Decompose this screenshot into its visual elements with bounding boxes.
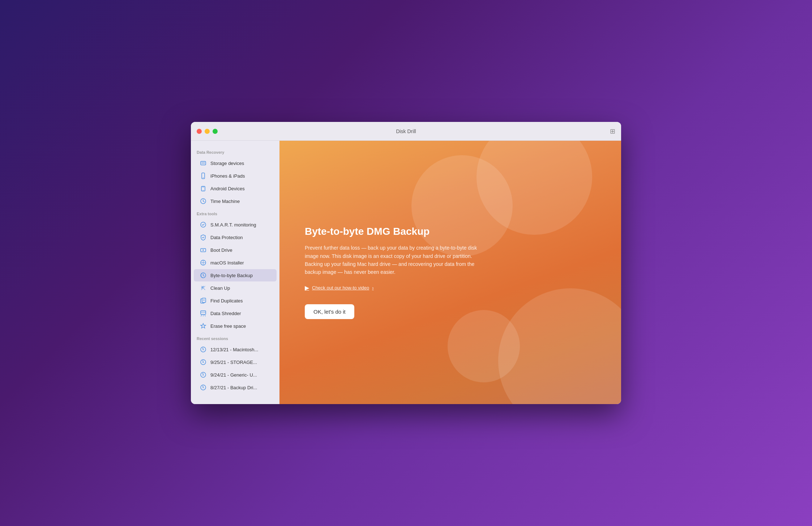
session-1-icon xyxy=(200,346,207,353)
sidebar-item-smart-monitoring[interactable]: S.M.A.R.T. monitoring xyxy=(194,219,277,231)
sidebar-item-boot-drive[interactable]: Boot Drive xyxy=(194,244,277,256)
sidebar-item-storage-devices[interactable]: Storage devices xyxy=(194,157,277,169)
sidebar: Data Recovery Storage devices xyxy=(191,141,279,404)
sidebar-item-android-devices[interactable]: Android Devices xyxy=(194,182,277,195)
close-button[interactable] xyxy=(197,129,202,134)
data-shredder-icon xyxy=(200,310,207,317)
video-link-arrow: › xyxy=(372,285,373,290)
clean-up-icon xyxy=(200,284,207,292)
sidebar-section-data-recovery: Data Recovery xyxy=(191,150,279,157)
smart-icon xyxy=(200,221,207,228)
sidebar-item-byte-backup[interactable]: Byte-to-byte Backup xyxy=(194,269,277,281)
sidebar-item-erase-free-space-label: Erase free space xyxy=(210,323,246,329)
sidebar-item-data-protection-label: Data Protection xyxy=(210,235,243,240)
sidebar-item-session-2[interactable]: 9/25/21 - STORAGE... xyxy=(194,356,277,368)
sidebar-item-macos-label: macOS Installer xyxy=(210,260,244,266)
svg-point-6 xyxy=(203,190,204,191)
titlebar: Disk Drill ⊞ xyxy=(191,122,621,141)
storage-devices-icon xyxy=(200,160,207,167)
sidebar-item-data-shredder[interactable]: Data Shredder xyxy=(194,307,277,319)
sidebar-item-macos-installer[interactable]: macOS Installer xyxy=(194,256,277,269)
android-icon xyxy=(200,185,207,192)
minimize-button[interactable] xyxy=(205,129,210,134)
sidebar-item-data-shredder-label: Data Shredder xyxy=(210,311,241,316)
iphone-icon xyxy=(200,172,207,179)
maximize-button[interactable] xyxy=(213,129,218,134)
svg-point-4 xyxy=(203,177,204,178)
time-machine-icon xyxy=(200,198,207,205)
boot-drive-icon xyxy=(200,246,207,254)
sidebar-item-byte-backup-label: Byte-to-byte Backup xyxy=(210,273,253,278)
svg-rect-2 xyxy=(201,163,205,164)
erase-free-space-icon xyxy=(200,322,207,330)
help-icon[interactable]: ⊞ xyxy=(610,127,615,135)
sidebar-item-erase-free-space[interactable]: Erase free space xyxy=(194,320,277,332)
sidebar-item-session-3[interactable]: 9/24/21 - Generic- U... xyxy=(194,369,277,381)
main-content: Data Recovery Storage devices xyxy=(191,141,621,404)
deco-circle-2 xyxy=(411,155,513,256)
traffic-lights xyxy=(197,129,218,134)
sidebar-section-recent-sessions: Recent sessions xyxy=(191,336,279,343)
main-panel-title: Byte-to-byte DMG Backup xyxy=(305,226,596,237)
sidebar-item-session-4-label: 8/27/21 - Backup Dri... xyxy=(210,385,257,390)
window-title: Disk Drill xyxy=(396,128,416,134)
session-3-icon xyxy=(200,371,207,378)
sidebar-item-session-1-label: 12/13/21 - Macintosh... xyxy=(210,347,258,352)
shield-icon xyxy=(200,234,207,241)
video-link[interactable]: ▶ Check out our how-to video › xyxy=(305,284,596,291)
sidebar-item-data-protection[interactable]: Data Protection xyxy=(194,231,277,243)
svg-rect-1 xyxy=(201,162,205,163)
sidebar-item-find-duplicates[interactable]: Find Duplicates xyxy=(194,294,277,307)
sidebar-item-time-machine-label: Time Machine xyxy=(210,199,240,204)
sidebar-item-time-machine[interactable]: Time Machine xyxy=(194,195,277,207)
sidebar-item-iphones-ipads-label: iPhones & iPads xyxy=(210,173,245,179)
main-panel-description: Prevent further data loss — back up your… xyxy=(305,244,486,276)
sidebar-item-find-duplicates-label: Find Duplicates xyxy=(210,298,243,304)
cta-button[interactable]: OK, let's do it xyxy=(305,304,354,319)
session-4-icon xyxy=(200,384,207,391)
macos-icon xyxy=(200,259,207,266)
video-icon: ▶ xyxy=(305,284,309,291)
sidebar-item-clean-up-label: Clean Up xyxy=(210,285,230,291)
sidebar-item-session-2-label: 9/25/21 - STORAGE... xyxy=(210,360,257,365)
deco-circle-4 xyxy=(448,310,520,382)
main-panel: Byte-to-byte DMG Backup Prevent further … xyxy=(279,141,621,404)
sidebar-item-session-1[interactable]: 12/13/21 - Macintosh... xyxy=(194,343,277,356)
find-duplicates-icon xyxy=(200,297,207,304)
video-link-text: Check out our how-to video xyxy=(312,285,369,290)
byte-backup-icon xyxy=(200,272,207,279)
session-2-icon xyxy=(200,359,207,366)
sidebar-section-extra-tools: Extra tools xyxy=(191,212,279,218)
svg-rect-19 xyxy=(201,311,206,314)
sidebar-item-android-label: Android Devices xyxy=(210,186,245,191)
sidebar-item-smart-label: S.M.A.R.T. monitoring xyxy=(210,222,256,228)
sidebar-item-iphones-ipads[interactable]: iPhones & iPads xyxy=(194,170,277,182)
sidebar-item-storage-devices-label: Storage devices xyxy=(210,161,244,166)
sidebar-item-boot-drive-label: Boot Drive xyxy=(210,247,232,253)
app-window: Disk Drill ⊞ Data Recovery Storage devic… xyxy=(191,122,621,404)
sidebar-item-clean-up[interactable]: Clean Up xyxy=(194,282,277,294)
sidebar-item-session-3-label: 9/24/21 - Generic- U... xyxy=(210,372,257,378)
sidebar-item-session-4[interactable]: 8/27/21 - Backup Dri... xyxy=(194,381,277,394)
